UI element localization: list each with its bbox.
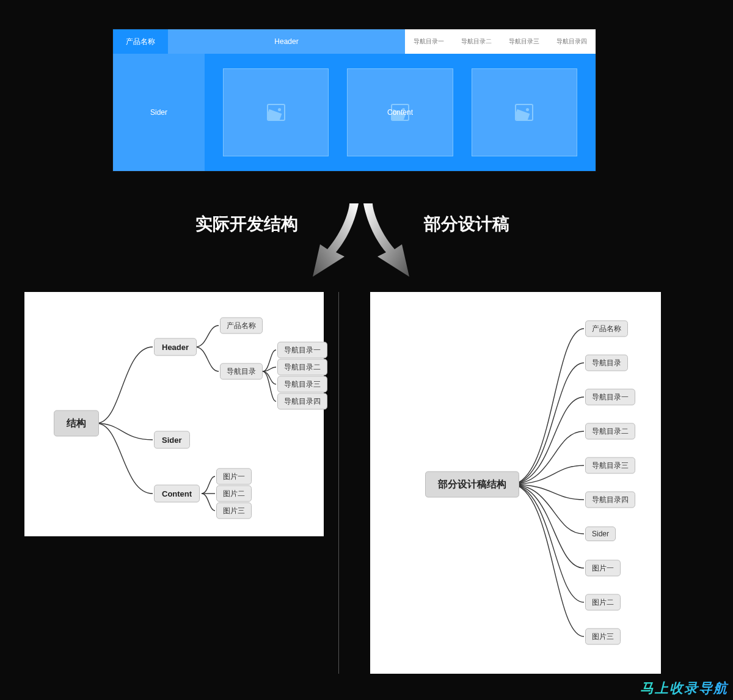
product-name-cell: 产品名称 — [113, 29, 168, 54]
image-icon — [267, 104, 285, 121]
right-item-6: 导航目录四 — [585, 492, 635, 508]
nav-item-1[interactable]: 导航目录一 — [405, 37, 453, 46]
left-mindmap: 结构 Header Sider Content 产品名称 导航目录 导航目录一 … — [24, 292, 324, 536]
left-content-node: Content — [154, 485, 200, 503]
left-image-3: 图片三 — [216, 503, 252, 519]
header-label: Header — [168, 29, 405, 54]
right-item-5: 导航目录三 — [585, 458, 635, 474]
arrow-down-right-icon — [354, 200, 415, 280]
nav-item-2[interactable]: 导航目录二 — [453, 37, 500, 46]
right-mindmap: 部分设计稿结构 产品名称 导航目录 导航目录一 导航目录二 导航目录三 导航目录… — [370, 292, 661, 674]
left-nav-item-2: 导航目录二 — [277, 359, 327, 376]
right-item-8: 图片一 — [585, 560, 621, 577]
left-sider-node: Sider — [154, 431, 190, 449]
arrow-left-caption: 实际开发结构 — [195, 213, 298, 236]
nav-item-4[interactable]: 导航目录四 — [548, 37, 596, 46]
left-product-name-node: 产品名称 — [220, 318, 263, 334]
content-card-3 — [472, 68, 577, 156]
right-item-9: 图片二 — [585, 594, 621, 611]
arrow-left-group: 实际开发结构 — [195, 200, 368, 280]
content-label: Content — [387, 108, 413, 117]
arrow-right-caption: 部分设计稿 — [424, 213, 509, 236]
left-root-node: 结构 — [54, 410, 99, 437]
right-item-7: Sider — [585, 527, 616, 541]
right-item-1: 产品名称 — [585, 321, 628, 337]
left-tree-panel: 结构 Header Sider Content 产品名称 导航目录 导航目录一 … — [24, 292, 324, 536]
panel-divider — [338, 292, 339, 674]
left-image-2: 图片二 — [216, 486, 252, 502]
nav-item-3[interactable]: 导航目录三 — [500, 37, 548, 46]
layout-mockup: 产品名称 Header 导航目录一 导航目录二 导航目录三 导航目录四 Side… — [113, 29, 596, 171]
image-icon — [515, 104, 533, 121]
left-nav-item-3: 导航目录三 — [277, 376, 327, 393]
right-item-2: 导航目录 — [585, 355, 628, 371]
left-nav-item-4: 导航目录四 — [277, 393, 327, 410]
watermark: 马上收录导航 — [635, 677, 733, 700]
right-root-node: 部分设计稿结构 — [425, 472, 519, 498]
mockup-sider: Sider — [113, 54, 205, 171]
left-image-1: 图片一 — [216, 468, 252, 485]
right-tree-panel: 部分设计稿结构 产品名称 导航目录 导航目录一 导航目录二 导航目录三 导航目录… — [370, 292, 661, 674]
left-nav-item-1: 导航目录一 — [277, 342, 327, 359]
right-item-3: 导航目录一 — [585, 389, 635, 406]
content-card-1 — [223, 68, 329, 156]
arrow-right-group: 部分设计稿 — [354, 200, 509, 280]
mockup-content: Content — [205, 54, 596, 171]
right-item-10: 图片三 — [585, 629, 621, 645]
mockup-body: Sider Content — [113, 54, 596, 171]
mockup-nav: 导航目录一 导航目录二 导航目录三 导航目录四 — [405, 29, 596, 54]
left-nav-root-node: 导航目录 — [220, 363, 263, 380]
right-item-4: 导航目录二 — [585, 423, 635, 440]
left-header-node: Header — [154, 338, 197, 356]
mockup-header: 产品名称 Header 导航目录一 导航目录二 导航目录三 导航目录四 — [113, 29, 596, 54]
